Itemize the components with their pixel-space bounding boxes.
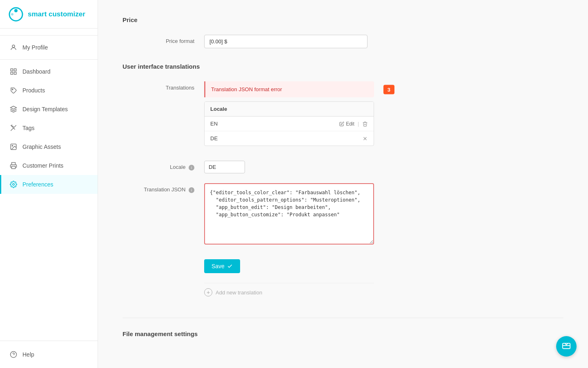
sidebar-item-my-profile[interactable]: My Profile (0, 38, 98, 57)
svg-point-1 (14, 9, 18, 12)
sidebar-nav: My Profile Dashboard Products (0, 29, 98, 341)
chat-button[interactable] (556, 336, 577, 357)
translation-json-label: Translation JSON i (122, 183, 204, 193)
sidebar-item-graphic-assets[interactable]: Graphic Assets (0, 137, 98, 156)
save-label: Save (212, 263, 225, 269)
person-icon (9, 43, 18, 52)
svg-rect-7 (14, 72, 16, 74)
sidebar-label-design-templates: Design Templates (22, 106, 68, 112)
price-format-label: Price format (122, 35, 204, 44)
price-section-title: Price (122, 16, 564, 23)
save-row: Save (204, 254, 564, 273)
error-box: Translation JSON format error 3 (204, 81, 374, 97)
svg-point-12 (12, 145, 13, 146)
error-message: Translation JSON format error (211, 86, 368, 92)
sidebar-label-tags: Tags (22, 125, 35, 131)
locale-column-header: Locale (205, 102, 374, 117)
sidebar-item-products[interactable]: Products (0, 81, 98, 100)
translation-json-textarea[interactable]: {"editor_tools_color_clear": "Farbauswah… (204, 183, 374, 245)
edit-en-button[interactable]: Edit (339, 121, 354, 127)
delete-en-button[interactable] (362, 121, 368, 127)
checkmark-icon (227, 263, 233, 269)
translation-row-de: DE (205, 131, 374, 146)
tag2-icon (9, 124, 18, 132)
sidebar: smart customizer My Profile Dashboard (0, 0, 98, 368)
svg-rect-6 (11, 72, 13, 74)
file-mgmt-title: File management settings (122, 318, 564, 337)
translations-table: Locale EN Edit | (204, 101, 374, 146)
add-translation-container: + Add new translation (204, 283, 564, 301)
sidebar-label-customer-prints: Customer Prints (22, 162, 63, 169)
app-logo-icon (8, 7, 24, 22)
translation-json-info-icon[interactable]: i (189, 187, 194, 193)
add-translation-button[interactable]: + Add new translation (204, 283, 374, 301)
svg-point-3 (12, 45, 15, 47)
add-circle-icon: + (204, 288, 212, 296)
translation-json-row: Translation JSON i {"editor_tools_color_… (122, 183, 564, 245)
price-format-row: Price format (122, 35, 564, 48)
assets-icon (9, 143, 18, 151)
error-badge: 3 (383, 85, 394, 94)
sidebar-label-help: Help (22, 351, 34, 358)
sidebar-item-design-templates[interactable]: Design Templates (0, 100, 98, 119)
locale-de: DE (210, 135, 362, 141)
add-translation-label: Add new translation (216, 289, 262, 296)
sidebar-label-products: Products (22, 87, 45, 94)
tag-icon (9, 86, 18, 94)
svg-rect-13 (12, 166, 16, 169)
help-icon (9, 350, 18, 359)
nav-divider-top (0, 35, 98, 36)
locale-info-icon[interactable]: i (189, 165, 194, 171)
app-name: smart customizer (28, 10, 85, 18)
main-content: Price Price format User interface transl… (98, 0, 588, 368)
svg-point-2 (11, 13, 13, 16)
sidebar-item-preferences[interactable]: Preferences (0, 175, 98, 194)
gear-icon (9, 180, 18, 188)
translations-label: Translations (122, 81, 204, 91)
sidebar-item-tags[interactable]: Tags (0, 119, 98, 137)
sidebar-item-dashboard[interactable]: Dashboard (0, 62, 98, 81)
nav-divider-1 (0, 59, 98, 60)
design-icon (9, 105, 18, 113)
translations-section-title: User interface translations (122, 63, 564, 70)
delete-de-button[interactable] (362, 136, 368, 141)
sidebar-item-customer-prints[interactable]: Customer Prints (0, 156, 98, 175)
sidebar-label-graphic-assets: Graphic Assets (22, 144, 61, 150)
sidebar-label-dashboard: Dashboard (22, 68, 51, 75)
de-actions (362, 136, 368, 141)
price-format-input[interactable] (204, 35, 368, 48)
locale-input[interactable] (204, 161, 245, 173)
en-actions: Edit | (339, 121, 368, 127)
translations-content: Translation JSON format error 3 Locale E… (204, 81, 374, 151)
print-icon (9, 162, 18, 170)
locale-row: Locale i (122, 161, 564, 173)
svg-rect-5 (14, 69, 16, 71)
svg-point-14 (13, 184, 15, 186)
svg-rect-4 (11, 69, 13, 71)
action-divider: | (358, 121, 359, 127)
locale-label: Locale i (122, 161, 204, 171)
svg-marker-9 (11, 106, 17, 110)
sidebar-item-help[interactable]: Help (0, 345, 98, 364)
translation-row-en: EN Edit | (205, 117, 374, 131)
edit-icon (339, 121, 344, 126)
translations-row: Translations Translation JSON format err… (122, 81, 564, 151)
save-button[interactable]: Save (204, 259, 240, 273)
dashboard-icon (9, 67, 18, 76)
sidebar-label-my-profile: My Profile (22, 44, 48, 51)
sidebar-bottom: Help (0, 341, 98, 368)
logo-area: smart customizer (0, 0, 98, 29)
chat-icon (562, 342, 571, 351)
svg-rect-19 (563, 343, 570, 349)
sidebar-label-preferences: Preferences (22, 181, 53, 188)
locale-en: EN (210, 121, 339, 127)
svg-point-8 (12, 89, 13, 90)
edit-label: Edit (346, 121, 354, 127)
